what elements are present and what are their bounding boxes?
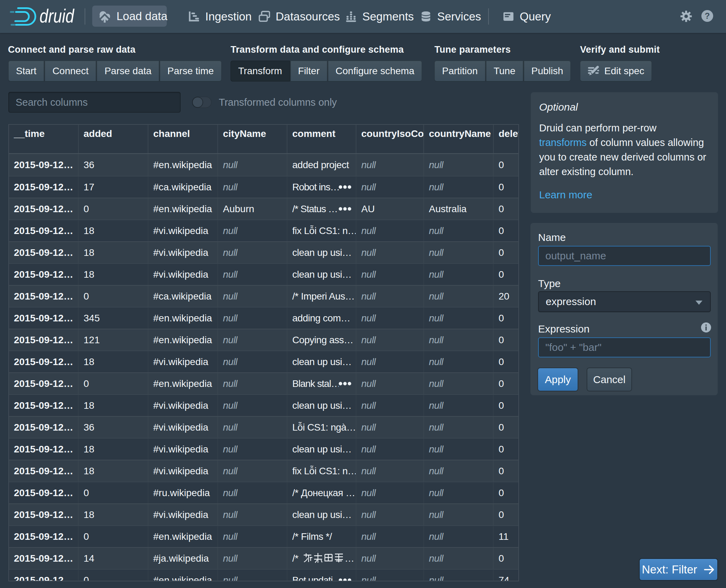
svg-text:?: ? xyxy=(705,11,710,20)
